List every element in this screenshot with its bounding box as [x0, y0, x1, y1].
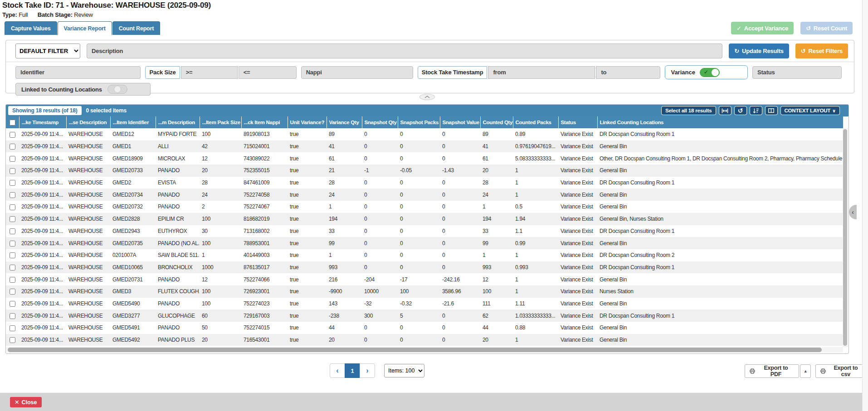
row-checkbox[interactable] — [10, 180, 15, 186]
description-input[interactable] — [87, 44, 722, 58]
check-icon: ✓ — [704, 69, 708, 75]
export-pdf-options-button[interactable]: ▲ — [800, 364, 811, 378]
table-row[interactable]: 2025-09-09 11:4...WAREHOUSEGMED20735PANA… — [6, 237, 843, 249]
table-row[interactable]: 2025-09-09 11:4...WAREHOUSEGMED20734PANA… — [6, 189, 843, 201]
tab-variance-report[interactable]: Variance Report — [58, 21, 112, 35]
table-row[interactable]: 2025-09-09 11:4...WAREHOUSEGMED2828EPILI… — [6, 213, 843, 225]
table-row[interactable]: 2025-09-09 11:4...WAREHOUSEGMED12MYPAID … — [6, 128, 843, 140]
export-pdf-button[interactable]: Export to PDF — [745, 364, 799, 378]
columns-button[interactable] — [765, 106, 778, 115]
table-row[interactable]: 2025-09-09 11:4...WAREHOUSEGMED20731PANA… — [6, 273, 843, 285]
row-checkbox[interactable] — [10, 252, 15, 258]
table-row[interactable]: 2025-09-09 11:4...WAREHOUSEGMED5492PANAD… — [6, 334, 843, 346]
page-scrollbar-track[interactable] — [862, 0, 868, 411]
column-header-item-nappi[interactable]: ...ck Item Nappi — [241, 116, 288, 128]
prev-page-button[interactable]: ‹ — [330, 363, 345, 378]
table-row[interactable]: 2025-09-09 11:4...WAREHOUSEGMED2943EUTHY… — [6, 225, 843, 237]
column-header-counted-qty[interactable]: Counted Qty — [480, 116, 513, 128]
identifier-input[interactable] — [15, 66, 141, 79]
variance-toggle[interactable]: ✓ — [700, 68, 720, 77]
page-1-button[interactable]: 1 — [345, 363, 360, 378]
column-header-warehouse-description[interactable]: ...se Description — [66, 116, 110, 128]
tab-capture-values[interactable]: Capture Values — [5, 21, 57, 35]
export-csv-button[interactable]: Export to csv — [815, 364, 868, 378]
context-layout-dropdown[interactable]: CONTEXT LAYOUT ∨ — [780, 106, 840, 115]
table-row[interactable]: 2025-09-09 11:4...WAREHOUSEGMED20732PANA… — [6, 201, 843, 213]
row-checkbox[interactable] — [10, 241, 15, 247]
items-per-page-select[interactable]: Items: 100 — [384, 364, 424, 377]
next-page-button[interactable]: › — [360, 363, 375, 378]
cell-counted-qty: 61 — [480, 152, 513, 164]
pack-size-min-input[interactable] — [181, 66, 238, 79]
column-header-item-description[interactable]: ...m Description — [156, 116, 200, 128]
reset-count-button[interactable]: ↺ Reset Count — [800, 22, 853, 34]
cell-snapshot-value: 0 — [440, 189, 480, 201]
table-row[interactable]: 2025-09-09 11:4...WAREHOUSEGMED5490PANAD… — [6, 298, 843, 310]
vertical-scrollbar-thumb[interactable] — [843, 129, 847, 346]
reset-grid-button[interactable]: ↺ — [734, 106, 747, 115]
row-checkbox[interactable] — [10, 132, 15, 138]
status-input[interactable] — [752, 66, 842, 79]
horizontal-scrollbar[interactable] — [6, 347, 843, 353]
column-header-snapshot-packs[interactable]: Snapshot Packs — [398, 116, 440, 128]
row-checkbox[interactable] — [10, 265, 15, 271]
timestamp-from-input[interactable] — [488, 66, 595, 79]
column-header-variance-qty[interactable]: Variance Qty — [327, 116, 362, 128]
tab-count-report[interactable]: Count Report — [112, 21, 160, 35]
linked-locations-toggle[interactable] — [107, 85, 127, 94]
row-checkbox[interactable] — [10, 313, 15, 319]
side-panel-toggle[interactable]: ‹ — [849, 205, 857, 219]
row-checkbox[interactable] — [10, 204, 15, 210]
row-checkbox[interactable] — [10, 228, 15, 234]
update-results-button[interactable]: ↻ Update Results — [729, 44, 789, 58]
column-header-item-identifier[interactable]: ...Item Identifier — [110, 116, 156, 128]
row-checkbox[interactable] — [10, 192, 15, 198]
table-row[interactable]: 2025-09-09 11:4...WAREHOUSEGMED5491PANAD… — [6, 322, 843, 334]
nappi-input[interactable] — [301, 66, 413, 79]
pack-size-max-input[interactable] — [239, 66, 297, 79]
row-checkbox[interactable] — [10, 168, 15, 174]
row-checkbox[interactable] — [10, 325, 15, 331]
column-header-item-pack-size[interactable]: ...Item Pack Size — [200, 116, 241, 128]
table-row[interactable]: 2025-09-09 11:4...WAREHOUSEGMED3FLUTEX C… — [6, 285, 843, 298]
column-header-counted-packs[interactable]: Counted Packs — [513, 116, 558, 128]
column-header-snapshot-value[interactable]: Snapshot Value — [440, 116, 480, 128]
table-row[interactable]: 2025-09-09 11:4...WAREHOUSEGMED10065BRON… — [6, 261, 843, 274]
cell-warehouse-description: WAREHOUSE — [66, 213, 110, 225]
close-button[interactable]: ✕ Close — [10, 397, 42, 407]
row-checkbox[interactable] — [10, 144, 15, 150]
table-row[interactable]: 2025-09-09 11:4...WAREHOUSEGMED1ALLI4271… — [6, 140, 843, 153]
table-row[interactable]: 2025-09-09 11:4...WAREHOUSEGMED18909MICR… — [6, 152, 843, 164]
column-header-timestamp[interactable]: ...ke Timestamp — [19, 116, 66, 128]
table-row[interactable]: 2025-09-09 11:4...WAREHOUSEGMED2EVISTA28… — [6, 177, 843, 189]
select-all-checkbox[interactable] — [10, 120, 15, 126]
cell-snapshot-value: 0 — [440, 213, 480, 225]
column-header-linked-counting-locations[interactable]: Linked Counting Locations — [597, 116, 843, 128]
column-header-unit-variance[interactable]: Unit Variance? — [288, 116, 327, 128]
cell-snapshot-qty: 0 — [362, 177, 398, 189]
row-checkbox[interactable] — [10, 156, 15, 162]
row-checkbox[interactable] — [10, 301, 15, 307]
select-all-button[interactable]: Select all 18 results — [661, 106, 716, 115]
row-checkbox[interactable] — [10, 289, 15, 295]
preset-filter-select[interactable]: DEFAULT FILTER — [15, 44, 80, 58]
table-row[interactable]: 2025-09-09 11:4...WAREHOUSEGMED20733PANA… — [6, 164, 843, 177]
results-count-tab[interactable]: Showing 18 results (of 18) — [8, 106, 82, 115]
column-header-status[interactable]: Status — [558, 116, 597, 128]
column-header-snapshot-qty[interactable]: Snapshot Qty — [362, 116, 398, 128]
table-row[interactable]: 2025-09-09 11:4...WAREHOUSEGMED3277GLUCO… — [6, 309, 843, 322]
sort-button[interactable] — [750, 106, 762, 115]
check-icon: ✓ — [736, 25, 741, 32]
row-checkbox[interactable] — [10, 277, 15, 283]
accept-variance-button[interactable]: ✓ Accept Variance — [731, 22, 794, 34]
collapse-filters-handle[interactable] — [419, 94, 435, 100]
row-checkbox[interactable] — [10, 337, 15, 343]
vertical-scrollbar[interactable] — [843, 128, 848, 347]
table-row[interactable]: 2025-09-09 11:4...WAREHOUSE0201007ASAW B… — [6, 249, 843, 261]
horizontal-scrollbar-thumb[interactable] — [8, 348, 822, 352]
reset-filters-button[interactable]: ↺ Reset Filters — [795, 44, 848, 58]
fit-columns-button[interactable] — [719, 106, 731, 115]
timestamp-to-input[interactable] — [596, 66, 660, 79]
cell-status: Variance Exist — [558, 273, 597, 285]
row-checkbox[interactable] — [10, 216, 15, 222]
